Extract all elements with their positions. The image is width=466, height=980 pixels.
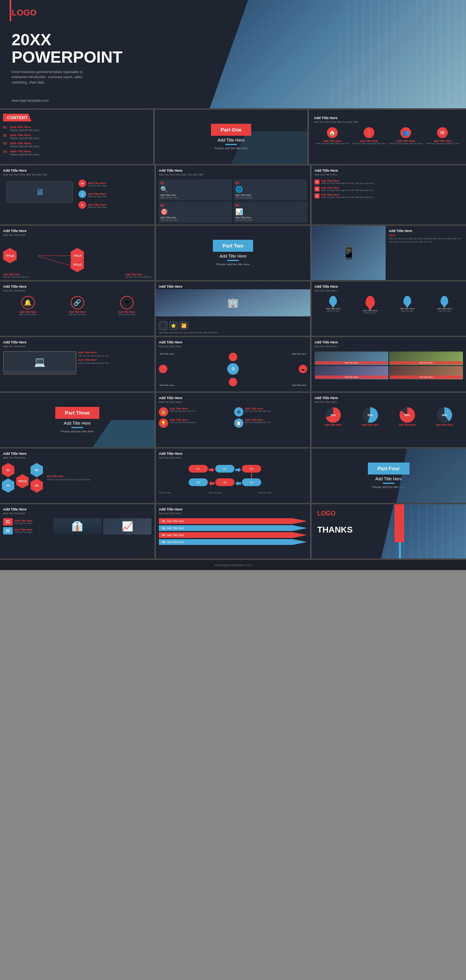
- slide-24-vsteps: Add Title Here Add You Text Here 01 Add …: [156, 504, 310, 558]
- slide-16-imgrid: Add Title Here Add You Text Here Add Tit…: [311, 337, 466, 391]
- s11-icon-3: ☂: [120, 296, 134, 309]
- s8-hex-bottom: TITLE: [71, 257, 84, 272]
- part-two-title: Add Title Here: [219, 254, 247, 258]
- item-sub-3: Please add the title here: [10, 145, 39, 148]
- slide-18-security: Add Title Here Add You Text Here 🔒 Add T…: [156, 393, 310, 447]
- s20-hex-layout: 01 02 TITLE 03 04 Add Title Here Add You…: [0, 461, 155, 495]
- s16-img-1: Add Title Here: [315, 352, 388, 365]
- part-four-accent: [383, 483, 395, 484]
- svg-text:02: 02: [223, 468, 226, 470]
- s5-item-3-text: Add Title Here Add You Text Here: [88, 203, 107, 208]
- slide1-description: Fresh business general template Applicab…: [12, 70, 97, 85]
- s23-photo: 👔: [53, 518, 102, 534]
- s10-phone-icon: 📱: [342, 246, 356, 260]
- item-title-2: Add Title Here: [10, 133, 39, 137]
- s13-pin-1-sub: Add You Text: [327, 310, 339, 312]
- s5-items-area: ✏ Add Title Here Add You Text Here ✓ Add…: [78, 179, 151, 210]
- s7-item-2: ● Add Title Here Add You Text Here Add Y…: [315, 186, 463, 191]
- s14-laptop-base: [3, 373, 77, 375]
- s15-label-tl: Add Title Here: [160, 353, 174, 355]
- s19-circle-1: 70% Add Title Here: [325, 407, 342, 426]
- slide-5-computer: Add Title Here Add You Text Here Add You…: [0, 166, 155, 224]
- ppt-text: POWERPOINT: [12, 48, 122, 67]
- s18-title-2: Add Title Here: [245, 407, 271, 410]
- slide-row-2: CONTENT 01 Add Title Here Please add the…: [0, 110, 466, 164]
- s12-star-icon: ⭐: [169, 321, 178, 330]
- s8-header: Add Title Here: [0, 226, 155, 234]
- s4-icon-4-label: Add Title Here: [434, 140, 452, 142]
- s21-label-3: Add You Text: [259, 492, 307, 494]
- s12-header: Add Title Here: [156, 282, 310, 289]
- s8-label-2-title: Add Title Here: [126, 273, 151, 276]
- content-num-2: 02: [3, 133, 9, 137]
- s19-circle-2: 55% Add Title Here: [362, 407, 379, 426]
- s13-pin-3: Add Title Here Add You Text: [400, 296, 415, 312]
- s21-label-2: Add You Text: [209, 492, 257, 494]
- s4-icon-mail: ✉: [437, 127, 448, 138]
- slide-row-6: Add Title Here Add You Text Here 💻 Add T…: [0, 337, 466, 391]
- part-three-title: Add Title Here: [64, 421, 91, 425]
- s23-subheader: Add You Text Here: [0, 512, 155, 517]
- s13-subheader: Add You Text Here: [311, 289, 466, 294]
- s16-img-4-label: Add Title Here: [390, 376, 462, 379]
- s6-step-3: 02 🎯 Add Title Here Add You Text Here: [159, 202, 232, 223]
- logo-text: LOGO: [12, 8, 37, 18]
- s18-text-3: Add Title Here Add You Text Here Add You: [170, 418, 196, 423]
- s7-item-3: ● Add Title Here Add You Text Here Add Y…: [315, 193, 463, 198]
- s24-arrow-2: 02 Add Title Here: [159, 525, 307, 531]
- s13-pin-1-icon: [329, 296, 337, 306]
- s23-num-1: 01: [3, 518, 13, 526]
- s6-step-2-sub: Add You Text Here: [235, 196, 306, 199]
- s10-text: Add You Text Here Add You Add Title Here…: [389, 237, 463, 244]
- s18-text-1: Add Title Here Add You Text Here Add You: [170, 407, 196, 412]
- svg-text:06: 06: [197, 481, 200, 484]
- s5-item-2: ✓ Add Title Here Add You Text Here: [78, 190, 151, 200]
- slide-12-building: Add Title Here 🏢 🛡 ⭐ 📶 Add Title Here Ad…: [156, 282, 310, 336]
- slide-9-part-two: Part Two Add Title Here Please add the t…: [156, 226, 310, 280]
- s4-icons-row: 🏠 Add Title Here Add You Text Here Add Y…: [311, 125, 464, 147]
- s19-circles-row: 70% Add Title Here 55% Add Title Here 85…: [311, 405, 466, 428]
- slide-row-9: Add Title Here Add You Text Here 01 Add …: [0, 504, 466, 558]
- s23-text-2: Add Title Here Add You Text Here: [14, 528, 32, 533]
- s10-photo: 📱: [311, 226, 386, 280]
- s24-arrow-3: 03 Add Title Here: [159, 532, 307, 538]
- s7-item-1-title: Add Title Here: [321, 179, 374, 182]
- s12-photo-area: 🏢: [156, 289, 310, 320]
- s20-hex-col1: 01 02: [2, 463, 14, 493]
- slide-row-4: Add Title Here Add You Text Here TITLE T…: [0, 226, 466, 280]
- s7-item-2-text: Add Title Here Add You Text Here Add You…: [321, 186, 374, 191]
- s15-header: Add Title Here: [156, 337, 310, 345]
- s23-sub-1: Add You Text Here: [14, 522, 32, 524]
- s23-title-2: Add Title Here: [14, 528, 32, 531]
- part-three-accent: [71, 427, 83, 428]
- s5-item-2-text: Add Title Here Add You Text Here: [88, 193, 107, 198]
- s8-diagram-area: TITLE TITLE TITLE: [0, 238, 155, 273]
- s16-img-3: Add Title Here: [315, 366, 388, 379]
- part-two-label: Part Two: [223, 243, 243, 249]
- s19-circle-1-label: Add Title Here: [325, 423, 342, 426]
- s7-item-3-title: Add Title Here: [321, 193, 374, 196]
- s13-pin-2-icon: [366, 296, 375, 307]
- s6-step-4-sub: Add You Text Here: [235, 219, 306, 221]
- s4-icon-4: ✉ Add Title Here Add You Text Here Add Y…: [424, 127, 461, 145]
- s11-item-1: 🔔 Add Title Here Add You Text Here: [19, 296, 36, 316]
- part-three-label: Part Three: [65, 410, 90, 416]
- svg-line-2: [39, 256, 74, 267]
- s11-subheader: Add You Text Here: [0, 289, 155, 294]
- s6-step-3-num: 02: [160, 203, 231, 207]
- svg-marker-5: [209, 468, 214, 472]
- s20-text-sub: Add You Text Here Add You Text Here Add …: [47, 478, 153, 481]
- s12-photo: 🏢: [156, 289, 310, 316]
- content-item-2: 02 Add Title Here Please add the title h…: [3, 133, 150, 140]
- slide-10-photo-text: 📱 Add Title Here 2017 Add You Text Here …: [311, 226, 466, 280]
- slide-6-steps: Add Title Here Add You Text Here Add You…: [156, 166, 310, 224]
- main-text-block: 20XX POWERPOINT Fresh business general t…: [12, 32, 122, 85]
- s15-petal-left: 📌: [159, 365, 167, 373]
- s20-header: Add Title Here: [0, 449, 155, 456]
- s6-step-1-sub: Add You Text Here: [160, 196, 231, 199]
- slide-14-laptop: Add Title Here Add You Text Here 💻 Add T…: [0, 337, 155, 391]
- s21-header: Add Title Here: [156, 449, 310, 456]
- s6-step-3-title: Add Title Here: [160, 216, 231, 219]
- s11-item-2: 🔗 Add Title Here Add You Text Here: [68, 296, 86, 316]
- slide-row-3: Add Title Here Add You Text Here Add You…: [0, 166, 466, 224]
